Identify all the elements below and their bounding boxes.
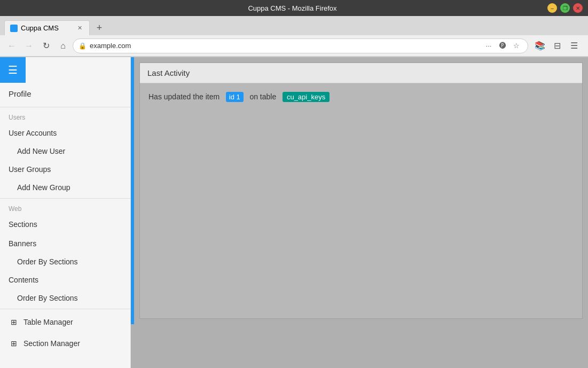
sidebar-label-add-new-group: Add New Group <box>17 183 70 192</box>
table-manager-icon: ⊞ <box>9 317 19 327</box>
window-title: Cuppa CMS - Mozilla Firefox <box>37 4 547 12</box>
sidebar-label-user-accounts: User Accounts <box>9 129 57 137</box>
content-panel: Last Activity Has updated the item id 1 … <box>139 62 583 319</box>
reload-button[interactable]: ↻ <box>38 38 53 53</box>
sidebar-item-contents[interactable]: Contents <box>0 270 130 289</box>
maximize-button[interactable]: ❐ <box>560 3 570 13</box>
panel-header: Last Activity <box>140 63 582 83</box>
sidebar-label-sections: Sections <box>9 220 37 229</box>
sidebar: ☰ Profile Users User Accounts Add New Us… <box>0 57 131 368</box>
section-manager-icon: ⊞ <box>9 338 19 349</box>
sidebar-item-add-new-user[interactable]: Add New User <box>0 143 130 160</box>
close-button[interactable]: ✕ <box>573 3 583 13</box>
sidebar-item-section-manager[interactable]: ⊞ Section Manager <box>0 333 130 354</box>
sidebar-section-web: Web <box>0 201 130 215</box>
sidebar-nav: Profile Users User Accounts Add New User… <box>0 83 130 368</box>
sidebar-label-user-groups: User Groups <box>9 165 51 174</box>
activity-badge-id: id 1 <box>226 92 244 102</box>
browser-chrome: Cuppa CMS ✕ + ← → ↻ ⌂ 🔒 example.com ··· … <box>0 16 588 57</box>
panel-body: Has updated the item id 1 on table cu_ap… <box>140 83 582 111</box>
sidebar-item-banners[interactable]: Banners <box>0 234 130 253</box>
sidebar-item-user-groups[interactable]: User Groups <box>0 160 130 179</box>
activity-badge-table: cu_api_keys <box>283 92 330 102</box>
address-url: example.com <box>90 42 480 50</box>
page-content: ☰ Profile Users User Accounts Add New Us… <box>0 57 588 368</box>
library-button[interactable]: 📚 <box>532 38 547 53</box>
title-bar: Cuppa CMS - Mozilla Firefox – ❐ ✕ <box>0 0 588 16</box>
main-content: Last Activity Has updated the item id 1 … <box>131 57 588 368</box>
nav-bar: ← → ↻ ⌂ 🔒 example.com ··· 🅟 ☆ 📚 ⊟ ☰ <box>0 35 588 57</box>
minimize-button[interactable]: – <box>547 3 557 13</box>
home-button[interactable]: ⌂ <box>56 38 70 53</box>
sidebar-item-table-manager[interactable]: ⊞ Table Manager <box>0 311 130 333</box>
tab-close-button[interactable]: ✕ <box>75 24 84 33</box>
back-button[interactable]: ← <box>4 38 19 53</box>
sidebar-toggle-button[interactable]: ☰ <box>0 57 26 83</box>
tab-bar: Cuppa CMS ✕ + <box>0 16 588 35</box>
sidebar-label-banners: Banners <box>9 239 36 248</box>
tab-favicon <box>10 25 18 32</box>
new-tab-button[interactable]: + <box>92 20 107 35</box>
bookmark-button[interactable]: ☆ <box>511 40 522 52</box>
sidebar-item-order-by-sections-1[interactable]: Order By Sections <box>0 253 130 270</box>
sidebar-panel-button[interactable]: ⊟ <box>550 38 565 53</box>
sidebar-item-user-accounts[interactable]: User Accounts <box>0 123 130 143</box>
sidebar-label-contents: Contents <box>9 276 38 284</box>
hamburger-icon: ☰ <box>8 65 18 75</box>
activity-text-mid: on table <box>249 92 276 101</box>
pocket-button[interactable]: 🅟 <box>497 40 508 52</box>
activity-text-pre: Has updated the item <box>148 92 219 101</box>
address-lock-icon: 🔒 <box>79 42 87 50</box>
sidebar-divider-users <box>0 107 130 107</box>
sidebar-divider-bottom <box>0 309 130 309</box>
sidebar-item-order-by-sections-2[interactable]: Order By Sections <box>0 289 130 307</box>
active-tab[interactable]: Cuppa CMS ✕ <box>4 20 90 35</box>
sidebar-label-section-manager: Section Manager <box>23 339 80 348</box>
sidebar-item-sections[interactable]: Sections <box>0 215 130 234</box>
sidebar-label-order-by-sections-1: Order By Sections <box>17 257 78 266</box>
sidebar-label-order-by-sections-2: Order By Sections <box>17 294 78 302</box>
sidebar-divider-web <box>0 198 130 199</box>
address-bar[interactable]: 🔒 example.com ··· 🅟 ☆ <box>73 38 528 53</box>
sidebar-label-table-manager: Table Manager <box>23 318 73 326</box>
tab-label: Cuppa CMS <box>21 24 59 32</box>
sidebar-item-profile[interactable]: Profile <box>0 83 130 105</box>
forward-button[interactable]: → <box>21 38 36 53</box>
sidebar-section-users: Users <box>0 109 130 123</box>
address-more-button[interactable]: ··· <box>483 40 495 52</box>
content-area-wrapper: Last Activity Has updated the item id 1 … <box>131 57 588 324</box>
sidebar-label-add-new-user: Add New User <box>17 147 65 155</box>
browser-menu-button[interactable]: ☰ <box>567 38 582 53</box>
sidebar-item-add-new-group[interactable]: Add New Group <box>0 179 130 196</box>
